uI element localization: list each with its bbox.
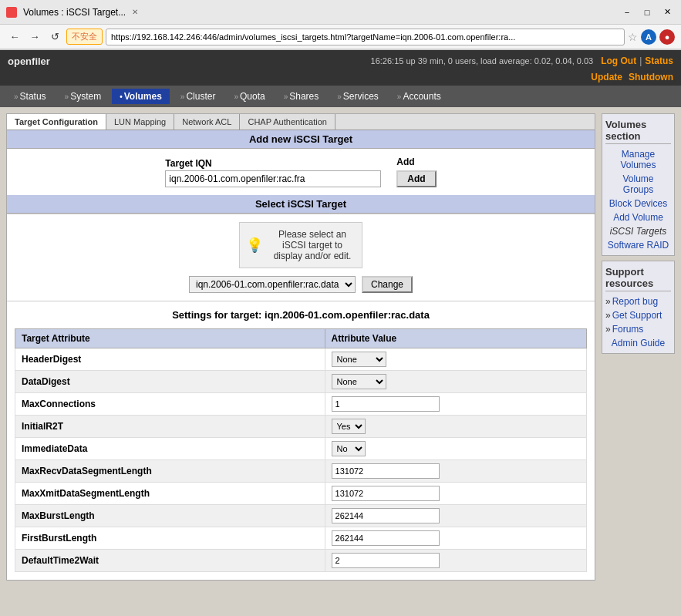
tab-chap-auth[interactable]: CHAP Authentication <box>240 114 335 130</box>
attr-name: DataDigest <box>15 371 325 393</box>
app-logo: openfiler <box>8 56 50 67</box>
attr-input-defaulttime2wait[interactable] <box>332 553 440 568</box>
bookmark-star-icon[interactable]: ☆ <box>628 31 638 43</box>
attr-input-firstburstlength[interactable] <box>332 530 440 546</box>
extension-btn-red[interactable]: ● <box>659 29 675 45</box>
attr-select-immediatedata[interactable]: YesNo <box>332 441 366 456</box>
maximize-btn[interactable]: □ <box>639 5 655 20</box>
nav-volumes[interactable]: Volumes <box>112 89 170 104</box>
table-row: DefaultTime2Wait <box>15 550 587 572</box>
attr-name: MaxRecvDataSegmentLength <box>15 460 325 483</box>
table-row: FirstBurstLength <box>15 527 587 550</box>
attr-input-maxconnections[interactable] <box>332 396 440 412</box>
attr-name: MaxXmitDataSegmentLength <box>15 483 325 505</box>
attr-select-headerdigest[interactable]: NoneCRC32C <box>332 352 386 367</box>
add-button[interactable]: Add <box>396 170 436 187</box>
table-row: ImmediateDataYesNo <box>15 438 587 460</box>
volumes-section-title: Volumes section <box>605 117 671 144</box>
sidebar-add-volume[interactable]: Add Volume <box>605 210 671 224</box>
table-row: InitialR2TYesNo <box>15 416 587 438</box>
change-button[interactable]: Change <box>362 276 413 293</box>
app-header: openfiler 16:26:15 up 39 min, 0 users, l… <box>0 50 681 72</box>
attr-value-cell <box>325 550 586 572</box>
attr-value-cell <box>325 393 586 416</box>
target-select[interactable]: iqn.2006-01.com.openfiler:rac.data iqn.2… <box>189 276 356 293</box>
nav-shares[interactable]: Shares <box>276 89 327 104</box>
table-row: MaxBurstLength <box>15 505 587 527</box>
attr-value-cell <box>325 527 586 550</box>
attr-name: InitialR2T <box>15 416 325 438</box>
table-row: MaxRecvDataSegmentLength <box>15 460 587 483</box>
nav-services[interactable]: Services <box>329 89 386 104</box>
sidebar-volume-groups[interactable]: Volume Groups <box>605 172 671 197</box>
minimize-btn[interactable]: − <box>619 5 635 20</box>
back-btn[interactable]: ← <box>6 29 23 45</box>
support-get-support[interactable]: »Get Support <box>605 308 671 322</box>
nav-accounts[interactable]: Accounts <box>389 89 449 104</box>
attribute-table: Target Attribute Attribute Value HeaderD… <box>15 328 587 572</box>
nav-cluster[interactable]: Cluster <box>173 89 224 104</box>
attr-input-maxxmitdatasegmentlength[interactable] <box>332 486 440 501</box>
hint-box: 💡 Please select an iSCSI target to displ… <box>239 222 362 268</box>
iqn-input[interactable] <box>165 170 381 187</box>
select-target-section-title: Select iSCSI Target <box>7 195 595 214</box>
status-link[interactable]: Status <box>645 56 673 66</box>
attr-name: MaxBurstLength <box>15 505 325 527</box>
tab-close-btn[interactable]: ✕ <box>132 8 138 16</box>
sidebar-manage-volumes[interactable]: Manage Volumes <box>605 147 671 172</box>
settings-section: Settings for target: iqn.2006-01.com.ope… <box>7 301 595 580</box>
attr-name: HeaderDigest <box>15 348 325 371</box>
table-row: MaxXmitDataSegmentLength <box>15 483 587 505</box>
update-link[interactable]: Update <box>591 72 622 82</box>
sidebar-block-devices[interactable]: Block Devices <box>605 197 671 210</box>
nav-quota[interactable]: Quota <box>226 89 272 104</box>
attr-value-cell: YesNo <box>325 438 586 460</box>
support-report-bug[interactable]: »Report bug <box>605 295 671 308</box>
support-sidebar-section: Support resources »Report bug »Get Suppo… <box>602 261 675 354</box>
attr-select-initialr2t[interactable]: YesNo <box>332 419 366 434</box>
col-value: Attribute Value <box>325 329 586 348</box>
attr-select-datadigest[interactable]: NoneCRC32C <box>332 374 386 389</box>
attr-value-cell: NoneCRC32C <box>325 348 586 371</box>
shutdown-link[interactable]: Shutdown <box>629 72 673 82</box>
support-forums[interactable]: »Forums <box>605 322 671 336</box>
hint-text: Please select an iSCSI target to display… <box>269 229 356 261</box>
title-bar: Volumes : iSCSI Target... ✕ − □ ✕ <box>0 0 681 25</box>
sidebar-software-raid[interactable]: Software RAID <box>605 238 671 252</box>
add-label: Add <box>396 157 436 167</box>
logout-link[interactable]: Log Out <box>601 56 636 66</box>
nav-status[interactable]: Status <box>6 89 54 104</box>
forward-btn[interactable]: → <box>26 29 43 45</box>
nav-bar: Status System Volumes Cluster Quota Shar… <box>0 86 681 107</box>
time-info: 16:26:15 up 39 min, 0 users, load averag… <box>371 56 594 66</box>
nav-system[interactable]: System <box>57 89 110 104</box>
support-section-title: Support resources <box>605 264 671 291</box>
close-btn[interactable]: ✕ <box>659 5 675 20</box>
lightbulb-icon: 💡 <box>246 237 263 254</box>
attr-value-cell <box>325 460 586 483</box>
attr-value-cell <box>325 505 586 527</box>
sidebar-iscsi-targets[interactable]: iSCSI Targets <box>605 224 671 238</box>
main-layout: Target Configuration LUN Mapping Network… <box>0 107 681 587</box>
url-input[interactable] <box>106 29 625 45</box>
volumes-sidebar-section: Volumes section Manage Volumes Volume Gr… <box>602 113 675 256</box>
content-area: Target Configuration LUN Mapping Network… <box>6 113 595 581</box>
add-target-section-title: Add new iSCSI Target <box>7 130 595 149</box>
tab-lun-mapping[interactable]: LUN Mapping <box>106 114 174 130</box>
attr-name: MaxConnections <box>15 393 325 416</box>
browser-chrome: Volumes : iSCSI Target... ✕ − □ ✕ ← → ↺ … <box>0 0 681 50</box>
attr-name: ImmediateData <box>15 438 325 460</box>
table-row: DataDigestNoneCRC32C <box>15 371 587 393</box>
attr-input-maxrecvdatasegmentlength[interactable] <box>332 463 440 479</box>
tab-network-acl[interactable]: Network ACL <box>174 114 240 130</box>
attr-input-maxburstlength[interactable] <box>332 508 440 523</box>
refresh-btn[interactable]: ↺ <box>46 29 63 45</box>
extension-btn-a[interactable]: A <box>641 29 656 45</box>
table-row: MaxConnections <box>15 393 587 416</box>
iqn-label: Target IQN <box>165 158 381 169</box>
attr-name: FirstBurstLength <box>15 527 325 550</box>
sidebar-admin-guide[interactable]: Admin Guide <box>605 336 671 350</box>
attr-name: DefaultTime2Wait <box>15 550 325 572</box>
security-warning: 不安全 <box>66 29 103 45</box>
tab-target-configuration[interactable]: Target Configuration <box>7 114 106 130</box>
